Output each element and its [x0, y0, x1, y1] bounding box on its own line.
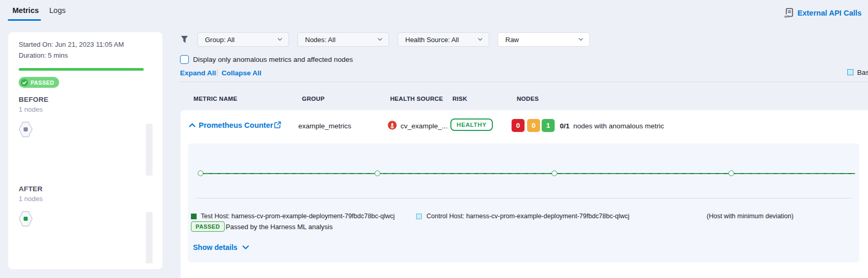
column-header-risk: RISK — [452, 96, 467, 102]
column-header-metric-name: METRIC NAME — [194, 96, 237, 102]
api-document-icon: API — [784, 8, 794, 18]
chevron-down-icon — [578, 38, 583, 41]
chevron-down-icon — [242, 245, 249, 249]
risk-badge-healthy: HEALTHY — [450, 118, 493, 131]
health-source-value: cv_example_... — [401, 122, 448, 130]
link-separator: | — [216, 68, 218, 76]
column-header-group: GROUP — [302, 96, 325, 102]
collapse-row-chevron-up-icon[interactable] — [189, 123, 196, 127]
metric-detail-panel: Test Host: harness-cv-prom-example-deplo… — [188, 143, 859, 262]
metric-name-link[interactable]: Prometheus Counter — [199, 121, 273, 129]
anomalous-only-checkbox[interactable] — [180, 55, 189, 64]
filter-icon — [181, 35, 188, 44]
data-type-dropdown[interactable]: Raw — [498, 32, 590, 47]
analysis-status-badge: PASSED — [191, 221, 225, 232]
warning-node-count-box: 0 — [527, 119, 540, 132]
collapse-all-link[interactable]: Collapse All — [222, 69, 261, 77]
external-link-icon[interactable] — [274, 121, 281, 128]
baseline-legend-checkbox[interactable] — [847, 69, 853, 75]
expand-all-link[interactable]: Expand All — [180, 69, 216, 77]
control-host-legend-note: (Host with minimum deviation) — [707, 213, 793, 220]
status-badge-label: PASSED — [31, 80, 54, 86]
after-node-count: 1 nodes — [19, 195, 43, 203]
baseline-legend-label: Base — [857, 69, 868, 76]
progress-bar — [19, 68, 144, 71]
data-type-value: Raw — [505, 36, 519, 44]
status-badge: PASSED — [19, 77, 59, 88]
node-summary-text: nodes with anomalous metric — [573, 122, 664, 130]
after-node-hexagon[interactable] — [19, 211, 33, 227]
before-list-scrollbar[interactable] — [146, 124, 153, 176]
started-on-label: Started On: Jun 21, 2023 11:05 AM — [19, 41, 124, 48]
metric-row-card: Prometheus Counter example_metrics cv_ex… — [181, 110, 868, 278]
timeline-marker-2[interactable] — [375, 170, 380, 176]
nodes-filter-dropdown[interactable]: Nodes: All — [297, 32, 389, 47]
after-list-scrollbar[interactable] — [146, 212, 153, 263]
prometheus-icon — [388, 121, 397, 130]
nodes-filter-value: Nodes: All — [305, 36, 336, 44]
show-details-link[interactable]: Show details — [193, 243, 249, 251]
before-heading: BEFORE — [19, 96, 48, 103]
show-details-label: Show details — [193, 243, 238, 251]
health-source-filter-dropdown[interactable]: Health Source: All — [397, 32, 489, 47]
column-header-health-source: HEALTH SOURCE — [390, 96, 443, 102]
before-node-hexagon[interactable] — [19, 122, 33, 137]
chevron-down-icon — [378, 38, 382, 41]
test-host-legend-swatch — [191, 214, 197, 219]
health-source-filter-value: Health Source: All — [405, 36, 459, 44]
test-host-legend-label: Test Host: harness-cv-prom-example-deplo… — [201, 213, 395, 220]
tab-metrics[interactable]: Metrics — [12, 6, 39, 15]
timeline-line-dashes — [201, 173, 855, 174]
metric-group-value: example_metrics — [298, 122, 351, 130]
chart-baseline-divider — [196, 198, 851, 198]
chevron-down-icon — [478, 38, 483, 41]
verification-page: Metrics Logs API External API Calls Star… — [0, 0, 868, 278]
group-filter-value: Group: All — [205, 36, 235, 44]
group-filter-dropdown[interactable]: Group: All — [197, 32, 289, 47]
healthy-node-count-box: 1 — [542, 119, 555, 132]
timeline-marker-3[interactable] — [552, 170, 557, 176]
before-node-count: 1 nodes — [19, 105, 43, 113]
timeline-marker-4[interactable] — [728, 170, 734, 176]
check-circle-icon — [21, 79, 28, 86]
analysis-status-text: Passed by the Harness ML analysis — [226, 223, 333, 231]
external-api-calls-link[interactable]: API External API Calls — [784, 8, 862, 18]
after-heading: AFTER — [19, 185, 43, 193]
timeline-marker-1[interactable] — [198, 170, 203, 176]
control-host-legend-swatch — [416, 214, 422, 219]
duration-label: Duration: 5 mins — [19, 51, 68, 59]
tab-logs[interactable]: Logs — [49, 6, 65, 15]
control-host-legend-label: Control Host: harness-cv-prom-example-de… — [426, 213, 629, 220]
chevron-down-icon — [278, 38, 282, 41]
column-header-nodes: NODES — [517, 96, 539, 102]
external-api-calls-label: External API Calls — [797, 9, 862, 17]
anomalous-only-label: Display only anomalous metrics and affec… — [193, 56, 353, 63]
node-summary-ratio: 0/1 — [560, 122, 570, 130]
execution-summary-card: Started On: Jun 21, 2023 11:05 AM Durati… — [8, 32, 162, 269]
anomalous-node-count-box: 0 — [512, 119, 525, 132]
tab-metrics-underline — [8, 19, 41, 21]
filter-divider — [179, 82, 868, 82]
svg-text:API: API — [784, 15, 790, 18]
